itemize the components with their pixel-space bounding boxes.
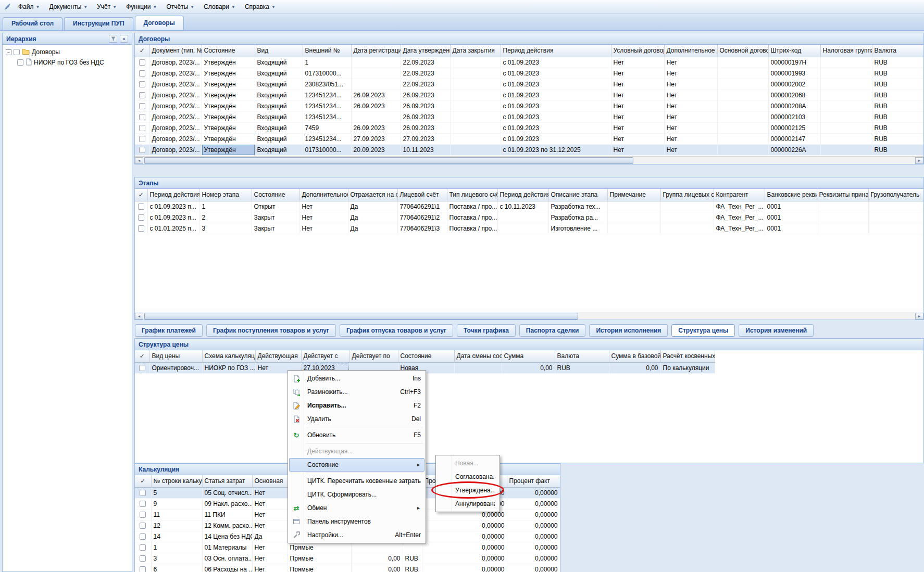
menu-item-citk-recalculate[interactable]: ЦИТК. Пересчитать косвенные затраты... [289,474,424,488]
tree-checkbox[interactable] [17,59,23,66]
column-header[interactable]: Действует по [349,350,398,362]
column-header[interactable]: Документ (тип, № [149,45,202,57]
column-header[interactable]: Банковские рекви [765,189,817,201]
column-header[interactable]: Отражается на су [348,189,397,201]
row-checkbox[interactable] [140,501,146,507]
menu-item-citk-generate[interactable]: ЦИТК. Сформировать... [289,488,424,501]
column-header[interactable]: Тип лицевого счёт [447,189,497,201]
column-header[interactable]: Условный договор [611,45,664,57]
column-header[interactable]: ✓ [135,350,149,362]
row-checkbox[interactable] [139,103,145,109]
subtab-goods-receipt-schedule[interactable]: График поступления товаров и услуг [206,324,336,337]
submenu-item-cancelled[interactable]: Аннулирована... [437,497,498,511]
tree-node-contracts[interactable]: − Договоры [4,47,131,57]
row-checkbox[interactable] [138,225,144,232]
column-header[interactable]: Период действия э [497,189,548,201]
menu-item-delete[interactable]: Удалить Del [289,412,424,426]
subtab-price-structure[interactable]: Структура цены [671,324,735,337]
menu-item-refresh[interactable]: ↻ Обновить F5 [289,428,424,442]
column-header[interactable]: Действующая [255,350,301,362]
row-checkbox[interactable] [140,523,146,529]
menubar-item-file[interactable]: Файл▼ [14,1,44,12]
menu-item-duplicate[interactable]: Размножить... Ctrl+F3 [289,385,424,399]
row-checkbox[interactable] [139,365,145,371]
row-checkbox[interactable] [138,204,144,210]
scroll-left-arrow-icon[interactable]: ◄ [135,157,143,164]
tree-node-niokr[interactable]: НИОКР по ГОЗ без НДС [4,57,131,68]
column-header[interactable]: Дата утверждения [401,45,450,57]
column-header[interactable]: Период действия.. [147,189,199,201]
column-header[interactable]: Валюта [555,350,609,362]
table-row[interactable]: с 01.09.2023 п...1ОткрытНетДа7706406291\… [135,201,923,212]
column-header[interactable]: Дополнительное с [664,45,717,57]
column-header[interactable]: Состояние [252,189,299,201]
table-row[interactable]: Договор, 2023/...УтверждёнВходящий123451… [135,90,923,100]
row-checkbox[interactable] [138,214,144,221]
row-checkbox[interactable] [140,555,146,562]
row-checkbox[interactable] [139,114,145,120]
row-checkbox[interactable] [139,125,145,131]
subtab-execution-history[interactable]: История исполнения [589,324,668,337]
column-header[interactable]: Статья затрат [202,475,252,487]
scroll-left-arrow-icon[interactable]: ◄ [135,313,143,320]
row-checkbox[interactable] [140,512,146,518]
column-header[interactable]: Контрагент [714,189,765,201]
row-checkbox[interactable] [140,533,146,540]
column-header[interactable]: Примечание [607,189,660,201]
column-header[interactable]: Схема калькуляци [202,350,255,362]
column-header[interactable]: Грузополучатель [868,189,923,201]
row-checkbox[interactable] [139,147,145,153]
subtab-payment-schedule[interactable]: График платежей [135,324,203,337]
collapse-expander-icon[interactable]: − [6,49,11,55]
table-row[interactable]: Договор, 2023/...УтверждёнВходящий017310… [135,144,923,155]
table-row[interactable]: Договор, 2023/...УтверждёнВходящий123451… [135,111,923,122]
column-header[interactable]: Расчёт косвенных [660,350,715,362]
row-checkbox[interactable] [140,490,146,496]
tab-desktop[interactable]: Рабочий стол [3,17,63,30]
column-header[interactable]: Группа лицевых сч [660,189,714,201]
menu-item-toolbar[interactable]: Панель инструментов [289,515,424,528]
table-row[interactable]: Договор, 2023/...УтверждёнВходящий123451… [135,100,923,111]
scrollbar-thumb[interactable] [144,313,578,320]
scrollbar-thumb[interactable] [144,157,633,164]
table-row[interactable]: Договор, 2023/...УтверждёнВходящий017310… [135,68,923,79]
menu-item-edit[interactable]: Исправить... F2 [289,399,424,412]
table-row[interactable]: Договор, 2023/...УтверждёнВходящий123451… [135,133,923,144]
menu-item-exchange[interactable]: ⇄ Обмен ► [289,501,424,515]
scroll-right-arrow-icon[interactable]: ► [915,157,923,164]
subtab-change-history[interactable]: История изменений [739,324,814,337]
subtab-goods-issue-schedule[interactable]: График отпуска товаров и услуг [340,324,453,337]
scroll-right-arrow-icon[interactable]: ► [915,313,923,320]
column-header[interactable]: Дата смены состо [454,350,502,362]
column-header[interactable]: Вид [255,45,303,57]
table-row[interactable]: Договор, 2023/...УтверждёнВходящий745926… [135,122,923,133]
submenu-item-approved[interactable]: Утверждена... [437,484,498,497]
column-header[interactable]: ✓ [135,475,151,487]
table-row[interactable]: Договор, 2023/...УтверждёнВходящий122.09… [135,57,923,68]
row-checkbox[interactable] [139,70,145,77]
column-header[interactable]: Основная [252,475,288,487]
row-checkbox[interactable] [140,544,146,551]
column-header[interactable]: Основной договор [717,45,768,57]
tab-pup-instructions[interactable]: Инструкции ПУП [64,17,133,30]
column-header[interactable]: Сумма в базовой в [609,350,660,362]
collapse-panel-icon[interactable]: « [120,35,128,43]
tab-contracts[interactable]: Договоры [135,16,184,30]
menu-item-add[interactable]: Добавить... Ins [289,372,424,385]
row-checkbox[interactable] [139,92,145,98]
column-header[interactable]: Валюта [872,45,923,57]
row-checkbox[interactable] [139,59,145,66]
horizontal-scrollbar[interactable]: ◄ ► [135,156,923,164]
column-header[interactable]: Внешний № [303,45,351,57]
column-header[interactable]: ✓ [135,45,149,57]
menubar-item-accounting[interactable]: Учёт▼ [92,1,121,12]
subtab-deal-passports[interactable]: Паспорта сделки [519,324,586,337]
column-header[interactable]: Состояние [398,350,454,362]
menubar-item-reports[interactable]: Отчёты▼ [161,1,199,12]
menubar-item-functions[interactable]: Функции▼ [121,1,161,12]
menubar-item-documents[interactable]: Документы▼ [44,1,92,12]
column-header[interactable]: Сумма [502,350,555,362]
column-header[interactable]: Описание этапа [548,189,607,201]
horizontal-scrollbar[interactable]: ◄ ► [135,312,923,320]
column-header[interactable]: Лицевой счёт [397,189,447,201]
